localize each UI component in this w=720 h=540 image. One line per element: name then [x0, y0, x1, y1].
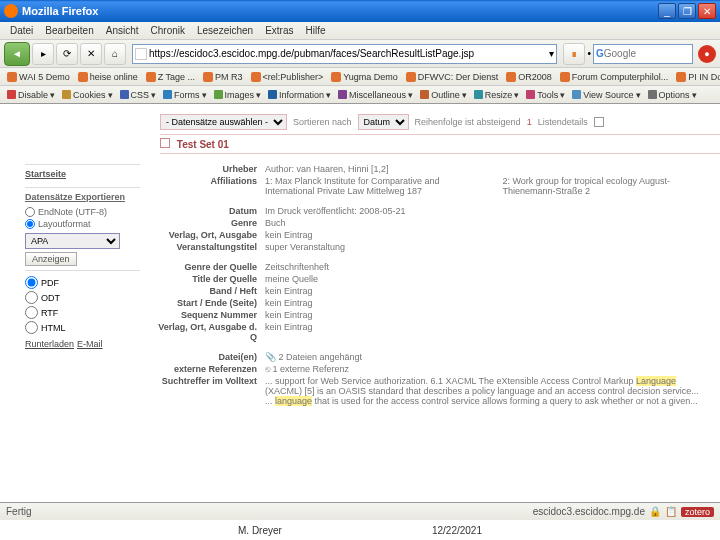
info-icon	[268, 90, 277, 99]
lbl-titleq: Title der Quelle	[150, 274, 265, 284]
download-link[interactable]: Runterladen	[25, 339, 74, 349]
maximize-button[interactable]: ❐	[678, 3, 696, 19]
menu-chronik[interactable]: Chronik	[145, 25, 191, 36]
fmt-odt[interactable]: ODT	[25, 290, 140, 305]
search-box[interactable]: G	[593, 44, 693, 64]
format-select[interactable]: APA	[25, 233, 120, 249]
lbl-seq: Sequenz Nummer	[150, 310, 265, 320]
back-button[interactable]: ◄	[4, 42, 30, 66]
lbl-seite: Start / Ende (Seite)	[150, 298, 265, 308]
sort-select[interactable]: Datum	[358, 114, 409, 130]
dev-cookies[interactable]: Cookies▾	[59, 89, 116, 101]
bookmark-icon	[251, 72, 261, 82]
adblock-icon[interactable]: ●	[698, 45, 716, 63]
lbl-datum: Datum	[150, 206, 265, 216]
val-verlagq: kein Eintrag	[265, 322, 710, 342]
firefox-icon	[4, 4, 18, 18]
slide-footer: M. Dreyer 12/22/2021	[0, 520, 720, 540]
sidebar: Startseite Datensätze Exportieren EndNot…	[25, 164, 140, 408]
bookmark-item[interactable]: Z Tage ...	[143, 71, 198, 83]
email-link[interactable]: E-Mail	[77, 339, 103, 349]
feed-button[interactable]: ∎	[563, 43, 585, 65]
css-icon	[120, 90, 129, 99]
menu-lesezeichen[interactable]: Lesezeichen	[191, 25, 259, 36]
bookmark-icon	[560, 72, 570, 82]
val-band: kein Eintrag	[265, 286, 710, 296]
close-button[interactable]: ✕	[698, 3, 716, 19]
details-checkbox[interactable]	[594, 117, 604, 127]
test-set-row: Test Set 01	[160, 134, 720, 154]
menu-ansicht[interactable]: Ansicht	[100, 25, 145, 36]
url-bar[interactable]: ▾	[132, 44, 557, 64]
bookmark-toolbar: WAI 5 Demo heise online Z Tage ... PM R3…	[0, 68, 720, 86]
dev-misc[interactable]: Miscellaneous▾	[335, 89, 416, 101]
home-button[interactable]: ⌂	[104, 43, 126, 65]
stop-button[interactable]: ✕	[80, 43, 102, 65]
dev-info[interactable]: Information▾	[265, 89, 334, 101]
forward-button[interactable]: ▸	[32, 43, 54, 65]
reload-button[interactable]: ⟳	[56, 43, 78, 65]
link-icon: ⎋	[265, 364, 270, 374]
dev-source[interactable]: View Source▾	[569, 89, 643, 101]
page-icon	[135, 48, 147, 60]
filter-bar: - Datensätze auswählen - Sortieren nach …	[160, 114, 720, 130]
anzeigen-button[interactable]: Anzeigen	[25, 252, 77, 266]
bookmark-item[interactable]: DFWVC: Der Dienst	[403, 71, 502, 83]
bookmark-icon	[203, 72, 213, 82]
set-checkbox[interactable]	[160, 138, 170, 148]
dev-disable[interactable]: Disable▾	[4, 89, 58, 101]
opt-layout[interactable]: Layoutformat	[25, 218, 140, 230]
menu-hilfe[interactable]: Hilfe	[300, 25, 332, 36]
val-verlag: kein Eintrag	[265, 230, 710, 240]
fmt-rtf[interactable]: RTF	[25, 305, 140, 320]
metadata-panel: UrheberAuthor: van Haaren, Hinni [1,2] A…	[150, 164, 710, 408]
menu-bearbeiten[interactable]: Bearbeiten	[39, 25, 99, 36]
cert-icon[interactable]: 📋	[665, 506, 677, 517]
dev-forms[interactable]: Forms▾	[160, 89, 210, 101]
bookmark-item[interactable]: OR2008	[503, 71, 555, 83]
lbl-volltext: Suchtreffer im Volltext	[150, 376, 265, 406]
bookmark-item[interactable]: Forum Computerphilol...	[557, 71, 672, 83]
sort-label: Sortieren nach	[293, 117, 352, 127]
val-seite: kein Eintrag	[265, 298, 710, 308]
separator-icon: •	[587, 48, 591, 59]
sidebar-startseite[interactable]: Startseite	[25, 169, 140, 179]
dev-images[interactable]: Images▾	[211, 89, 265, 101]
misc-icon	[338, 90, 347, 99]
dev-options[interactable]: Options▾	[645, 89, 700, 101]
bookmark-item[interactable]: WAI 5 Demo	[4, 71, 73, 83]
order-num: 1	[527, 117, 532, 127]
window-titlebar: Mozilla Firefox _ ❐ ✕	[0, 0, 720, 22]
footer-author: M. Dreyer	[238, 525, 282, 536]
fmt-pdf[interactable]: PDF	[25, 275, 140, 290]
dev-resize[interactable]: Resize▾	[471, 89, 523, 101]
bookmark-item[interactable]: PM R3	[200, 71, 246, 83]
bookmark-item[interactable]: PI IN Docs	[673, 71, 720, 83]
dropdown-icon[interactable]: ▾	[549, 48, 554, 59]
lbl-datei: Datei(en)	[150, 352, 265, 362]
zotero-button[interactable]: zotero	[681, 507, 714, 517]
bookmark-icon	[78, 72, 88, 82]
url-input[interactable]	[147, 48, 549, 59]
val-datei: 📎 2 Dateien angehängt	[265, 352, 710, 362]
dev-css[interactable]: CSS▾	[117, 89, 160, 101]
footer-date: 12/22/2021	[432, 525, 482, 536]
webdev-toolbar: Disable▾ Cookies▾ CSS▾ Forms▾ Images▾ In…	[0, 86, 720, 104]
page-content: - Datensätze auswählen - Sortieren nach …	[0, 104, 720, 484]
lbl-genreq: Genre der Quelle	[150, 262, 265, 272]
bookmark-item[interactable]: Yugma Demo	[328, 71, 401, 83]
search-input[interactable]	[604, 48, 690, 59]
dev-outline[interactable]: Outline▾	[417, 89, 470, 101]
menu-extras[interactable]: Extras	[259, 25, 299, 36]
bookmark-item[interactable]: <rel:Publisher>	[248, 71, 327, 83]
lbl-verlag: Verlag, Ort, Ausgabe	[150, 230, 265, 240]
lbl-verlagq: Verlag, Ort, Ausgabe d. Q	[150, 322, 265, 342]
dev-tools[interactable]: Tools▾	[523, 89, 568, 101]
minimize-button[interactable]: _	[658, 3, 676, 19]
bookmark-item[interactable]: heise online	[75, 71, 141, 83]
lbl-affil: Affiliations	[150, 176, 265, 196]
menu-datei[interactable]: Datei	[4, 25, 39, 36]
opt-endnote[interactable]: EndNote (UTF-8)	[25, 206, 140, 218]
fmt-html[interactable]: HTML	[25, 320, 140, 335]
dataset-select[interactable]: - Datensätze auswählen -	[160, 114, 287, 130]
